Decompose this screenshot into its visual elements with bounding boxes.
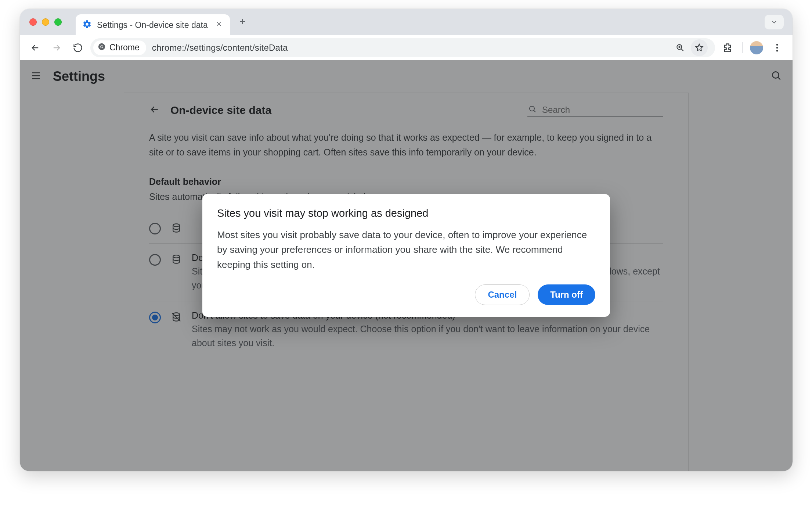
turn-off-button[interactable]: Turn off — [538, 284, 595, 305]
titlebar: Settings - On-device site data — [20, 9, 793, 35]
tab-title: Settings - On-device site data — [97, 20, 209, 30]
forward-button[interactable] — [48, 39, 65, 57]
cancel-button[interactable]: Cancel — [475, 284, 530, 305]
browser-window: Settings - On-device site data — [20, 9, 793, 471]
browser-tab[interactable]: Settings - On-device site data — [76, 14, 230, 36]
back-button[interactable] — [26, 39, 44, 57]
svg-point-5 — [776, 47, 778, 49]
bookmark-star-icon[interactable] — [691, 39, 708, 56]
svg-point-4 — [776, 44, 778, 46]
new-tab-button[interactable] — [238, 17, 247, 28]
chrome-logo-icon — [98, 43, 106, 53]
site-chip[interactable]: Chrome — [93, 40, 146, 55]
close-window-button[interactable] — [29, 18, 37, 26]
site-chip-label: Chrome — [109, 43, 140, 53]
fullscreen-window-button[interactable] — [54, 18, 62, 26]
zoom-icon[interactable] — [672, 39, 689, 56]
close-tab-button[interactable] — [214, 20, 224, 30]
confirm-dialog: Sites you visit may stop working as desi… — [202, 194, 610, 317]
content-area: Settings On-device site data — [20, 60, 793, 471]
reload-button[interactable] — [69, 39, 87, 57]
toolbar-divider — [742, 42, 743, 53]
address-bar[interactable]: Chrome chrome://settings/content/siteDat… — [90, 38, 715, 57]
minimize-window-button[interactable] — [42, 18, 49, 26]
dialog-title: Sites you visit may stop working as desi… — [217, 207, 595, 219]
tab-history-button[interactable] — [765, 15, 784, 29]
gear-icon — [82, 19, 92, 31]
url-text: chrome://settings/content/siteData — [152, 43, 288, 53]
svg-point-6 — [776, 50, 778, 51]
kebab-menu-icon[interactable] — [768, 39, 786, 57]
svg-point-2 — [101, 46, 103, 48]
extensions-icon[interactable] — [719, 39, 736, 57]
toolbar: Chrome chrome://settings/content/siteDat… — [20, 35, 793, 60]
window-controls — [29, 18, 62, 26]
profile-avatar[interactable] — [750, 41, 763, 54]
dialog-body: Most sites you visit probably save data … — [217, 227, 595, 272]
